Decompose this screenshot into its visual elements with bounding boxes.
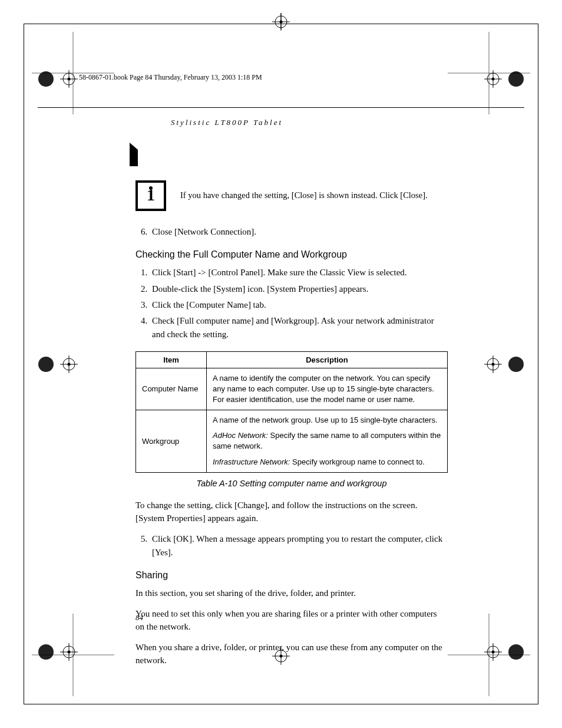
step-item: Check [Full computer name] and [Workgrou… [150, 314, 448, 342]
paragraph: To change the setting, click [Change], a… [135, 499, 448, 525]
step-item: Close [Network Connection]. [150, 225, 448, 239]
reg-mark-icon [35, 641, 78, 663]
step-list: Click [OK]. When a message appears promp… [135, 532, 448, 560]
spec-table: ItemDescription Computer NameA name to i… [135, 351, 448, 473]
reg-mark-icon [35, 354, 78, 375]
info-note: 1 If you have changed the setting, [Clos… [135, 180, 448, 211]
reg-line-icon [280, 13, 282, 29]
page-content: Stylistic LT800P Tablet 1 If you have ch… [135, 118, 448, 674]
table-row: WorkgroupA name of the network group. Us… [136, 410, 448, 473]
header-rule [38, 107, 524, 108]
table-header: Description [207, 351, 448, 368]
section-heading: Sharing [135, 570, 448, 581]
table-cell-paragraph: AdHoc Network: Specify the same name to … [213, 430, 441, 452]
info-text: If you have changed the setting, [Close]… [180, 189, 428, 202]
table-cell-item: Computer Name [136, 368, 207, 410]
table-header: Item [136, 351, 207, 368]
table-caption: Table A-10 Setting computer name and wor… [135, 479, 448, 488]
table-cell-paragraph: A name of the network group. Use up to 1… [213, 415, 441, 426]
paragraph: You need to set this only when you are s… [135, 607, 448, 634]
running-head: Stylistic LT800P Tablet [171, 118, 448, 127]
table-cell-paragraph: A name to identify the computer on the n… [213, 373, 441, 406]
paragraph: When you share a drive, folder, or print… [135, 641, 448, 667]
table-cell-item: Workgroup [136, 410, 207, 473]
table-cell-paragraph: Infrastructure Network: Specify workgrou… [213, 457, 441, 467]
reg-mark-icon [484, 354, 527, 375]
reg-mark-icon [484, 68, 527, 90]
step-list: Click [Start] -> [Control Panel]. Make s… [135, 266, 448, 341]
table-row: Computer NameA name to identify the comp… [136, 368, 448, 410]
table-cell-desc: A name of the network group. Use up to 1… [207, 410, 448, 473]
step-item: Click [OK]. When a message appears promp… [150, 532, 448, 560]
page-number: 84 [135, 613, 143, 622]
step-item: Click [Start] -> [Control Panel]. Make s… [150, 266, 448, 279]
crop-header: 58-0867-01.book Page 84 Thursday, Februa… [79, 73, 262, 82]
tab-marker-icon [130, 143, 138, 166]
step-item: Double-click the [System] icon. [System … [150, 282, 448, 296]
paragraph: In this section, you set sharing of the … [135, 587, 448, 600]
section-heading: Checking the Full Computer Name and Work… [135, 249, 448, 260]
table-cell-desc: A name to identify the computer on the n… [207, 368, 448, 410]
reg-mark-icon [484, 641, 527, 663]
info-icon: 1 [135, 180, 166, 211]
step-list: Close [Network Connection]. [135, 225, 448, 239]
step-item: Click the [Computer Name] tab. [150, 298, 448, 312]
reg-mark-icon [35, 68, 78, 90]
